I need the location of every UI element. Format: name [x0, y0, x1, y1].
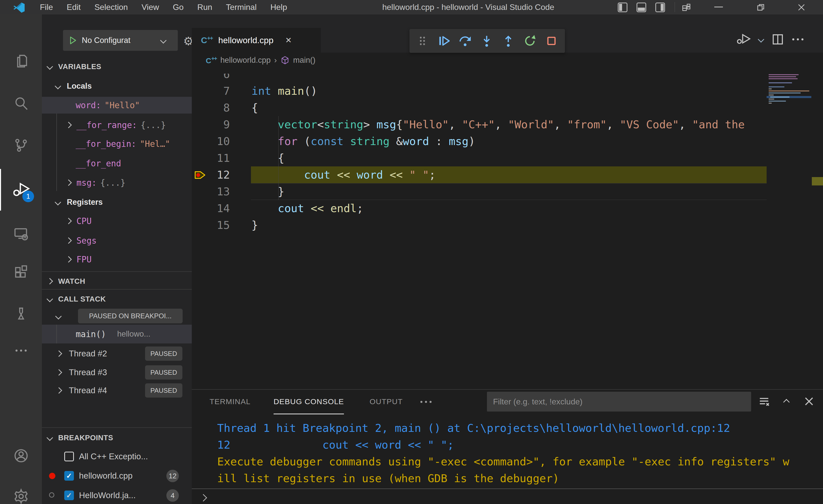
source-control-icon[interactable] — [0, 129, 42, 162]
close-window-button[interactable] — [797, 3, 806, 12]
start-debug-play-icon[interactable] — [67, 35, 78, 45]
stop-icon[interactable] — [544, 34, 558, 48]
restore-button[interactable] — [756, 3, 765, 12]
scope-locals[interactable]: Locals — [42, 78, 192, 95]
settings-gear-icon[interactable] — [0, 480, 42, 504]
variable-for-begin[interactable]: __for_begin: "Hel…" — [42, 135, 192, 152]
toggle-sidebar-icon[interactable] — [618, 3, 627, 12]
checkbox-checked[interactable]: ✓ — [64, 471, 74, 481]
callstack-section-header[interactable]: CALL STACK — [42, 291, 192, 307]
code-line-15: 15 } — [192, 217, 823, 233]
split-editor-icon[interactable] — [771, 32, 785, 46]
callstack-frame-main[interactable]: main() hellowo... — [42, 325, 192, 343]
step-over-icon[interactable] — [458, 34, 472, 48]
watch-section-header[interactable]: WATCH — [42, 273, 192, 290]
symbol-cube-icon — [281, 56, 290, 65]
activity-bar: 1 — [0, 14, 42, 504]
menu-file[interactable]: File — [33, 0, 60, 14]
thread-status-badge: PAUSED — [145, 346, 182, 361]
debug-config-dropdown[interactable]: No Configurat — [63, 30, 178, 51]
console-filter-input[interactable] — [487, 392, 751, 411]
console-prompt-chevron-icon — [200, 494, 207, 502]
editor-actions — [735, 32, 803, 46]
checkbox-checked[interactable]: ✓ — [64, 491, 74, 500]
breadcrumbs[interactable]: C++ helloworld.cpp › main() — [192, 52, 823, 68]
breakpoint-helloworld-cpp[interactable]: ✓ helloworld.cpp 12 — [42, 467, 192, 484]
run-and-debug-icon[interactable]: 1 — [0, 173, 42, 206]
register-group-segs[interactable]: Segs — [42, 232, 192, 249]
code-line-7: 7 int main() — [192, 82, 823, 99]
debug-settings-gear-icon[interactable]: ⚙ — [183, 34, 192, 48]
tab-output[interactable]: OUTPUT — [370, 390, 403, 413]
menu-go[interactable]: Go — [166, 0, 190, 14]
debug-console-output[interactable]: Thread 1 hit Breakpoint 2, main () at C:… — [217, 419, 789, 487]
console-input[interactable] — [215, 491, 807, 503]
register-group-cpu[interactable]: CPU — [42, 213, 192, 229]
callstack-thread-2[interactable]: Thread #2 PAUSED — [42, 344, 192, 363]
menu-help[interactable]: Help — [264, 0, 294, 14]
minimize-button[interactable] — [714, 7, 723, 7]
variables-section-header[interactable]: VARIABLES — [42, 58, 192, 75]
thread-status-badge: PAUSED — [145, 365, 182, 379]
menu-view[interactable]: View — [135, 0, 166, 14]
run-debug-action-icon[interactable] — [735, 32, 751, 46]
close-tab-icon[interactable]: ✕ — [285, 35, 292, 45]
breakpoints-section-header[interactable]: BREAKPOINTS — [42, 429, 192, 446]
scope-registers[interactable]: Registers — [42, 194, 192, 211]
console-line: Thread 1 hit Breakpoint 2, main () at C:… — [217, 419, 789, 437]
menu-selection[interactable]: Selection — [88, 0, 135, 14]
register-group-fpu[interactable]: FPU — [42, 251, 192, 268]
breadcrumb-separator: › — [274, 56, 277, 65]
testing-icon[interactable] — [0, 298, 42, 331]
tab-helloworld-cpp[interactable]: C++ helloworld.cpp ✕ — [192, 28, 321, 52]
toolbar-drag-handle[interactable] — [416, 34, 429, 47]
bottom-panel: TERMINAL DEBUG CONSOLE OUTPUT Thread 1 h… — [192, 389, 823, 504]
active-indicator — [0, 169, 1, 211]
run-dropdown-chevron-icon[interactable] — [758, 36, 764, 42]
toggle-secondary-sidebar-icon[interactable] — [655, 3, 665, 12]
toggle-panel-icon[interactable] — [637, 3, 646, 12]
search-icon[interactable] — [0, 87, 42, 120]
tab-terminal[interactable]: TERMINAL — [209, 390, 251, 413]
breakpoint-helloworld-java[interactable]: ✓ HelloWorld.ja... 4 — [42, 487, 192, 504]
code-area[interactable]: 6 7 int main() 8 { 9 vector<string> msg{… — [192, 74, 823, 391]
maximize-panel-chevron-icon[interactable] — [783, 399, 790, 405]
step-into-icon[interactable] — [480, 34, 494, 48]
menu-bar: File Edit Selection View Go Run Terminal… — [33, 0, 294, 14]
remote-explorer-icon[interactable] — [0, 218, 42, 251]
more-actions-icon[interactable] — [0, 334, 42, 367]
variable-msg[interactable]: msg: {...} — [42, 174, 192, 191]
minimap[interactable] — [767, 68, 811, 391]
menu-terminal[interactable]: Terminal — [219, 0, 264, 14]
variable-for-range[interactable]: __for_range: {...} — [42, 117, 192, 133]
menu-run[interactable]: Run — [190, 0, 219, 14]
step-out-icon[interactable] — [501, 34, 515, 48]
breadcrumb-file[interactable]: helloworld.cpp — [220, 56, 271, 65]
console-input-divider — [192, 489, 823, 489]
cpp-file-icon: C++ — [206, 55, 217, 65]
code-line-12: 12 cout << word << " "; — [192, 166, 823, 183]
continue-icon[interactable] — [437, 34, 451, 48]
console-line: 12 cout << word << " "; — [217, 437, 789, 453]
clear-console-icon[interactable] — [758, 395, 771, 408]
panel-more-tabs-icon[interactable] — [421, 401, 432, 403]
chevron-down-icon — [160, 37, 166, 43]
editor-more-actions-icon[interactable] — [792, 38, 803, 40]
explorer-icon[interactable] — [0, 45, 42, 78]
tab-debug-console[interactable]: DEBUG CONSOLE — [274, 390, 344, 414]
close-panel-icon[interactable] — [803, 395, 815, 407]
checkbox-unchecked[interactable] — [64, 452, 74, 461]
variable-word[interactable]: word: "Hello" — [42, 97, 192, 114]
customize-layout-icon[interactable] — [681, 3, 691, 12]
variable-for-end[interactable]: __for_end — [42, 155, 192, 172]
callstack-thread-4[interactable]: Thread #4 PAUSED — [42, 381, 192, 400]
breakpoint-count-badge: 4 — [166, 489, 179, 502]
menu-edit[interactable]: Edit — [60, 0, 88, 14]
callstack-thread-1[interactable]: PAUSED ON BREAKPOI... — [42, 308, 192, 325]
breakpoint-all-cpp-exceptions[interactable]: All C++ Exceptio... — [42, 448, 192, 465]
restart-icon[interactable] — [523, 34, 537, 48]
breadcrumb-symbol[interactable]: main() — [293, 56, 316, 65]
account-icon[interactable] — [0, 439, 42, 472]
callstack-thread-3[interactable]: Thread #3 PAUSED — [42, 363, 192, 382]
extensions-icon[interactable] — [0, 256, 42, 289]
